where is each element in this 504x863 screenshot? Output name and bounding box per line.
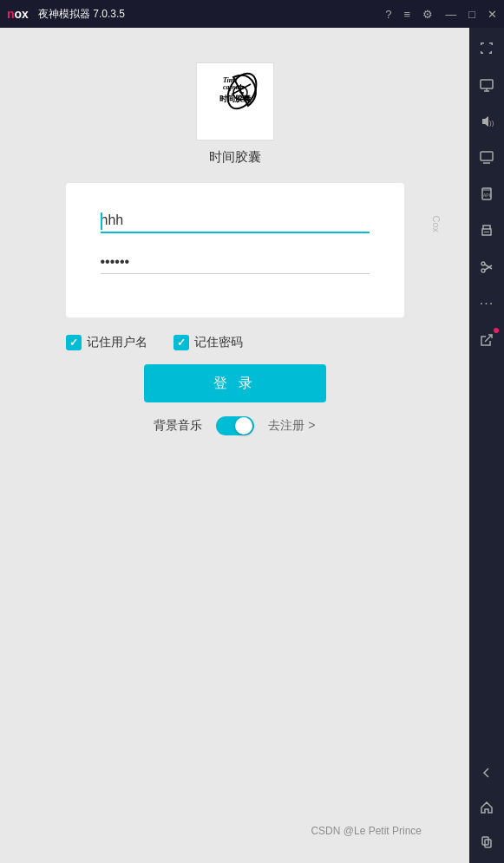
svg-rect-13 (481, 152, 493, 160)
settings-icon[interactable]: ⚙ (422, 9, 433, 20)
sidebar-recent-icon[interactable] (471, 827, 502, 858)
right-sidebar: )) APK + (469, 28, 504, 863)
app-logo-brand: nox 夜神模拟器 7.0.3.5 (7, 6, 125, 22)
sidebar-screen-icon[interactable] (471, 69, 502, 101)
text-cursor (101, 212, 102, 230)
sidebar-display-icon[interactable] (471, 142, 502, 173)
login-button[interactable]: 登 录 (144, 364, 326, 402)
svg-line-25 (485, 335, 492, 342)
main-container: Time capsule 时间胶囊 时间胶囊 ✓ (0, 28, 504, 863)
register-link[interactable]: 去注册 > (268, 418, 315, 434)
svg-point-21 (481, 262, 485, 265)
nox-ox: ox (15, 7, 29, 21)
checkmark-icon: ✓ (69, 337, 78, 349)
bg-music-label: 背景音乐 (154, 418, 202, 434)
close-icon[interactable]: ✕ (488, 8, 497, 21)
svg-rect-20 (484, 232, 489, 232)
sidebar-scissors-icon[interactable] (471, 252, 502, 283)
sidebar-fullscreen-icon[interactable] (471, 33, 502, 64)
checkmark-icon-2: ✓ (177, 337, 186, 349)
remember-password-label: 记住密码 (194, 335, 243, 350)
remember-username-checkbox[interactable]: ✓ 记住用户名 (66, 335, 147, 350)
sidebar-print-icon[interactable] (471, 215, 502, 246)
sidebar-bottom-icons (469, 757, 504, 863)
login-card (66, 183, 404, 317)
titlebar: nox 夜神模拟器 7.0.3.5 ? ≡ ⚙ — □ ✕ (0, 0, 504, 28)
content-area: Time capsule 时间胶囊 时间胶囊 ✓ (0, 28, 469, 863)
svg-text:APK: APK (483, 193, 493, 198)
menu-icon[interactable]: ≡ (404, 9, 411, 20)
sidebar-share-icon[interactable] (471, 324, 502, 356)
sidebar-home-icon[interactable] (471, 792, 502, 823)
password-group (101, 251, 370, 274)
maximize-icon[interactable]: □ (468, 9, 475, 20)
svg-point-22 (481, 269, 485, 272)
help-icon[interactable]: ? (385, 9, 391, 20)
svg-text:)): )) (489, 119, 494, 127)
sidebar-more-icon[interactable]: ··· (471, 288, 502, 319)
svg-text:capsule: capsule (223, 83, 245, 91)
checkbox-box-password: ✓ (173, 335, 189, 350)
app-logo-container: Time capsule 时间胶囊 时间胶囊 (196, 62, 274, 166)
nox-n: n (7, 7, 15, 21)
app-logo-svg: Time capsule 时间胶囊 (200, 67, 270, 136)
toggle-knob (235, 417, 252, 435)
username-input[interactable] (101, 209, 370, 233)
svg-rect-8 (481, 80, 493, 88)
username-group (101, 209, 370, 233)
remember-password-checkbox[interactable]: ✓ 记住密码 (173, 335, 243, 350)
sidebar-apk-icon[interactable]: APK + (471, 179, 502, 210)
sidebar-volume-icon[interactable]: )) (471, 106, 502, 137)
remember-username-label: 记住用户名 (87, 335, 147, 350)
bottom-row: 背景音乐 去注册 > (66, 416, 404, 435)
titlebar-controls: ? ≡ ⚙ — □ ✕ (385, 8, 497, 21)
app-name: 时间胶囊 (209, 149, 261, 166)
watermark: CSDN @Le Petit Prince (311, 825, 422, 837)
app-logo-image: Time capsule 时间胶囊 (196, 62, 274, 141)
nox-logo: nox (7, 6, 31, 22)
svg-marker-11 (482, 116, 488, 127)
titlebar-appname: 夜神模拟器 7.0.3.5 (38, 7, 125, 22)
bg-music-toggle[interactable] (216, 416, 254, 435)
minimize-icon[interactable]: — (445, 9, 456, 20)
password-input[interactable] (101, 251, 370, 274)
cox-text: Cox (431, 215, 442, 232)
checkbox-box-username: ✓ (66, 335, 82, 350)
svg-text:+: + (489, 187, 493, 191)
svg-text:时间胶囊: 时间胶囊 (219, 94, 252, 103)
sidebar-back-icon[interactable] (471, 757, 502, 788)
checkbox-row: ✓ 记住用户名 ✓ 记住密码 (66, 335, 404, 350)
